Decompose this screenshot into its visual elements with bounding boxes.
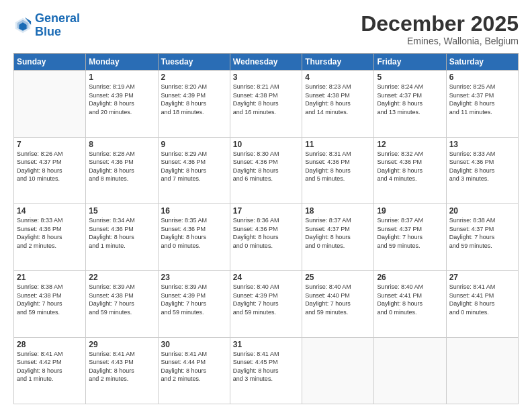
- calendar-week-3: 14Sunrise: 8:33 AMSunset: 4:36 PMDayligh…: [14, 203, 519, 270]
- calendar-cell: 20Sunrise: 8:38 AMSunset: 4:37 PMDayligh…: [446, 203, 518, 270]
- title-block: December 2025 Emines, Wallonia, Belgium: [361, 12, 519, 46]
- cell-content: Sunrise: 8:33 AMSunset: 4:36 PMDaylight:…: [449, 150, 515, 183]
- calendar-cell: 29Sunrise: 8:41 AMSunset: 4:43 PMDayligh…: [86, 337, 158, 404]
- day-number: 22: [89, 273, 154, 282]
- header: General Blue December 2025 Emines, Wallo…: [13, 12, 519, 46]
- logo: General Blue: [13, 12, 80, 39]
- day-number: 12: [377, 140, 443, 149]
- calendar-cell: 4Sunrise: 8:23 AMSunset: 4:38 PMDaylight…: [302, 71, 374, 137]
- calendar-cell: 6Sunrise: 8:25 AMSunset: 4:37 PMDaylight…: [446, 71, 518, 137]
- day-number: 1: [89, 73, 154, 82]
- calendar-cell: 11Sunrise: 8:31 AMSunset: 4:36 PMDayligh…: [302, 137, 374, 203]
- cell-content: Sunrise: 8:24 AMSunset: 4:37 PMDaylight:…: [377, 83, 443, 116]
- calendar-cell: [374, 337, 446, 404]
- day-number: 19: [377, 206, 443, 216]
- day-number: 5: [377, 73, 443, 82]
- logo-text: General Blue: [35, 12, 80, 39]
- cell-content: Sunrise: 8:20 AMSunset: 4:39 PMDaylight:…: [161, 83, 227, 116]
- calendar-cell: 13Sunrise: 8:33 AMSunset: 4:36 PMDayligh…: [446, 137, 518, 203]
- cell-content: Sunrise: 8:32 AMSunset: 4:36 PMDaylight:…: [377, 150, 443, 183]
- calendar-cell: 21Sunrise: 8:38 AMSunset: 4:38 PMDayligh…: [14, 271, 86, 337]
- day-number: 16: [161, 206, 227, 216]
- calendar-cell: 1Sunrise: 8:19 AMSunset: 4:39 PMDaylight…: [86, 71, 158, 137]
- cell-content: Sunrise: 8:19 AMSunset: 4:39 PMDaylight:…: [89, 83, 154, 116]
- calendar-week-5: 28Sunrise: 8:41 AMSunset: 4:42 PMDayligh…: [14, 337, 519, 404]
- day-header-sunday: Sunday: [14, 54, 86, 71]
- day-number: 24: [233, 273, 299, 282]
- calendar-cell: 28Sunrise: 8:41 AMSunset: 4:42 PMDayligh…: [14, 337, 86, 404]
- cell-content: Sunrise: 8:41 AMSunset: 4:44 PMDaylight:…: [161, 350, 227, 383]
- calendar-cell: [446, 337, 518, 404]
- day-number: 28: [17, 340, 83, 349]
- day-number: 25: [305, 273, 371, 282]
- calendar-cell: 16Sunrise: 8:35 AMSunset: 4:36 PMDayligh…: [158, 203, 230, 270]
- cell-content: Sunrise: 8:28 AMSunset: 4:36 PMDaylight:…: [89, 150, 154, 183]
- day-number: 4: [305, 73, 371, 82]
- calendar-cell: 19Sunrise: 8:37 AMSunset: 4:37 PMDayligh…: [374, 203, 446, 270]
- day-header-monday: Monday: [86, 54, 158, 71]
- cell-content: Sunrise: 8:38 AMSunset: 4:38 PMDaylight:…: [17, 283, 83, 316]
- location-subtitle: Emines, Wallonia, Belgium: [361, 36, 519, 46]
- cell-content: Sunrise: 8:40 AMSunset: 4:39 PMDaylight:…: [233, 283, 299, 316]
- calendar-week-2: 7Sunrise: 8:26 AMSunset: 4:37 PMDaylight…: [14, 137, 519, 203]
- day-header-saturday: Saturday: [446, 54, 518, 71]
- cell-content: Sunrise: 8:40 AMSunset: 4:40 PMDaylight:…: [305, 283, 371, 316]
- day-number: 10: [233, 140, 299, 149]
- cell-content: Sunrise: 8:41 AMSunset: 4:42 PMDaylight:…: [17, 350, 83, 383]
- day-number: 7: [17, 140, 83, 149]
- calendar-cell: 10Sunrise: 8:30 AMSunset: 4:36 PMDayligh…: [230, 137, 302, 203]
- calendar-cell: [302, 337, 374, 404]
- cell-content: Sunrise: 8:30 AMSunset: 4:36 PMDaylight:…: [233, 150, 299, 183]
- calendar-table: SundayMondayTuesdayWednesdayThursdayFrid…: [13, 53, 519, 404]
- day-number: 11: [305, 140, 371, 149]
- cell-content: Sunrise: 8:41 AMSunset: 4:41 PMDaylight:…: [449, 283, 515, 316]
- cell-content: Sunrise: 8:34 AMSunset: 4:36 PMDaylight:…: [89, 216, 154, 250]
- cell-content: Sunrise: 8:25 AMSunset: 4:37 PMDaylight:…: [449, 83, 515, 116]
- day-number: 31: [233, 340, 299, 349]
- day-number: 3: [233, 73, 299, 82]
- calendar-cell: 9Sunrise: 8:29 AMSunset: 4:36 PMDaylight…: [158, 137, 230, 203]
- cell-content: Sunrise: 8:31 AMSunset: 4:36 PMDaylight:…: [305, 150, 371, 183]
- calendar-cell: 22Sunrise: 8:39 AMSunset: 4:38 PMDayligh…: [86, 271, 158, 337]
- calendar-cell: 14Sunrise: 8:33 AMSunset: 4:36 PMDayligh…: [14, 203, 86, 270]
- cell-content: Sunrise: 8:33 AMSunset: 4:36 PMDaylight:…: [17, 216, 83, 250]
- calendar-cell: 25Sunrise: 8:40 AMSunset: 4:40 PMDayligh…: [302, 271, 374, 337]
- day-header-thursday: Thursday: [302, 54, 374, 71]
- day-number: 21: [17, 273, 83, 282]
- calendar-cell: 5Sunrise: 8:24 AMSunset: 4:37 PMDaylight…: [374, 71, 446, 137]
- calendar-cell: 2Sunrise: 8:20 AMSunset: 4:39 PMDaylight…: [158, 71, 230, 137]
- calendar-cell: 27Sunrise: 8:41 AMSunset: 4:41 PMDayligh…: [446, 271, 518, 337]
- cell-content: Sunrise: 8:41 AMSunset: 4:45 PMDaylight:…: [233, 350, 299, 383]
- cell-content: Sunrise: 8:23 AMSunset: 4:38 PMDaylight:…: [305, 83, 371, 116]
- cell-content: Sunrise: 8:41 AMSunset: 4:43 PMDaylight:…: [89, 350, 154, 383]
- page: General Blue December 2025 Emines, Wallo…: [0, 0, 532, 411]
- cell-content: Sunrise: 8:35 AMSunset: 4:36 PMDaylight:…: [161, 216, 227, 250]
- calendar-cell: 26Sunrise: 8:40 AMSunset: 4:41 PMDayligh…: [374, 271, 446, 337]
- cell-content: Sunrise: 8:37 AMSunset: 4:37 PMDaylight:…: [377, 216, 443, 250]
- month-title: December 2025: [361, 12, 519, 36]
- calendar-cell: 31Sunrise: 8:41 AMSunset: 4:45 PMDayligh…: [230, 337, 302, 404]
- day-number: 20: [449, 206, 515, 216]
- day-number: 17: [233, 206, 299, 216]
- cell-content: Sunrise: 8:36 AMSunset: 4:36 PMDaylight:…: [233, 216, 299, 250]
- cell-content: Sunrise: 8:40 AMSunset: 4:41 PMDaylight:…: [377, 283, 443, 316]
- cell-content: Sunrise: 8:39 AMSunset: 4:39 PMDaylight:…: [161, 283, 227, 316]
- day-header-wednesday: Wednesday: [230, 54, 302, 71]
- day-number: 8: [89, 140, 154, 149]
- day-number: 2: [161, 73, 227, 82]
- cell-content: Sunrise: 8:38 AMSunset: 4:37 PMDaylight:…: [449, 216, 515, 250]
- cell-content: Sunrise: 8:21 AMSunset: 4:38 PMDaylight:…: [233, 83, 299, 116]
- calendar-week-4: 21Sunrise: 8:38 AMSunset: 4:38 PMDayligh…: [14, 271, 519, 337]
- calendar-cell: 17Sunrise: 8:36 AMSunset: 4:36 PMDayligh…: [230, 203, 302, 270]
- calendar-header-row: SundayMondayTuesdayWednesdayThursdayFrid…: [14, 54, 519, 71]
- calendar-cell: 12Sunrise: 8:32 AMSunset: 4:36 PMDayligh…: [374, 137, 446, 203]
- calendar-cell: 7Sunrise: 8:26 AMSunset: 4:37 PMDaylight…: [14, 137, 86, 203]
- calendar-cell: 18Sunrise: 8:37 AMSunset: 4:37 PMDayligh…: [302, 203, 374, 270]
- calendar-cell: 15Sunrise: 8:34 AMSunset: 4:36 PMDayligh…: [86, 203, 158, 270]
- calendar-cell: 8Sunrise: 8:28 AMSunset: 4:36 PMDaylight…: [86, 137, 158, 203]
- calendar-cell: 24Sunrise: 8:40 AMSunset: 4:39 PMDayligh…: [230, 271, 302, 337]
- day-number: 13: [449, 140, 515, 149]
- calendar-cell: [14, 71, 86, 137]
- day-number: 14: [17, 206, 83, 216]
- calendar-week-1: 1Sunrise: 8:19 AMSunset: 4:39 PMDaylight…: [14, 71, 519, 137]
